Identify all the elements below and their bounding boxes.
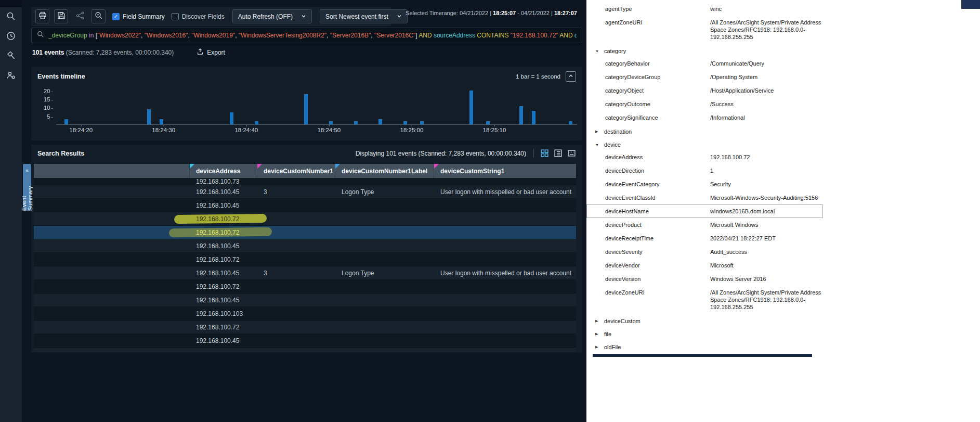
- details-field-name: agentType: [605, 5, 710, 12]
- table-row[interactable]: 192.168.100.72: [34, 280, 576, 293]
- timeline-bar[interactable]: [486, 121, 490, 124]
- horizontal-scrollbar[interactable]: [593, 354, 812, 357]
- column-header-deviceAddress[interactable]: deviceAddress: [190, 164, 257, 178]
- timeline-bar[interactable]: [354, 121, 358, 124]
- details-field-deviceSeverity[interactable]: deviceSeverityAudit_success: [586, 245, 823, 259]
- timeline-bar[interactable]: [329, 121, 333, 124]
- timeline-bar[interactable]: [160, 119, 163, 124]
- events-timeline-panel: Events timeline 1 bar = 1 second 5101520…: [31, 67, 582, 140]
- details-field-value: /Informational: [710, 114, 822, 121]
- timeline-bar[interactable]: [147, 109, 151, 124]
- timeline-bar[interactable]: [230, 112, 233, 124]
- table-row[interactable]: 192.168.100.453Logon TypeUser logon with…: [34, 266, 576, 280]
- details-field-deviceAddress[interactable]: deviceAddress192.168.100.72: [586, 150, 823, 164]
- table-row[interactable]: 192.168.100.453Logon TypeUser logon with…: [34, 185, 576, 199]
- details-field-deviceProduct[interactable]: deviceProductMicrosoft Windows: [586, 218, 823, 232]
- timeline-xtick-label: 18:25:10: [483, 127, 506, 133]
- search-query-bar[interactable]: _deviceGroup in ["Windows2022", "Windows…: [31, 28, 582, 43]
- table-row[interactable]: 192.168.100.45: [34, 293, 576, 307]
- details-section-file[interactable]: ▶file: [586, 327, 980, 340]
- sort-dropdown[interactable]: Sort Newest event first: [320, 9, 408, 23]
- details-field-categoryObject[interactable]: categoryObject/Host/Application/Service: [586, 84, 823, 97]
- timeline-bar[interactable]: [304, 94, 308, 124]
- details-field-deviceDirection[interactable]: deviceDirection1: [586, 164, 823, 177]
- details-section-deviceCustom[interactable]: ▶deviceCustom: [586, 314, 980, 327]
- table-cell: [257, 178, 335, 185]
- export-button[interactable]: Export: [197, 48, 225, 57]
- list-view-icon[interactable]: [554, 149, 563, 158]
- sidebar-item-activity[interactable]: [0, 27, 22, 47]
- details-section-oldFile[interactable]: ▶oldFile: [586, 340, 980, 353]
- query-token: _deviceGroup: [48, 32, 89, 39]
- table-row[interactable]: 192.168.100.73: [34, 178, 576, 185]
- column-header-deviceCustomString1[interactable]: deviceCustomString1: [434, 164, 576, 178]
- table-row[interactable]: 192.168.100.45: [34, 334, 576, 348]
- details-field-categoryBehavior[interactable]: categoryBehavior/Communicate/Query: [586, 57, 823, 70]
- details-section-destination[interactable]: ▶destination: [586, 124, 980, 137]
- details-field-deviceVersion[interactable]: deviceVersionWindows Server 2016: [586, 272, 823, 286]
- cell-text: 192.168.100.72: [196, 324, 239, 331]
- details-field-name: deviceVersion: [605, 275, 710, 283]
- timeline-bar[interactable]: [420, 121, 424, 124]
- table-row[interactable]: 192.168.100.72: [34, 226, 576, 239]
- sidebar-item-user-admin[interactable]: [0, 67, 22, 86]
- table-cell: [335, 280, 434, 293]
- timeline-bar[interactable]: [519, 106, 523, 125]
- column-header-deviceCustomNumber1Label[interactable]: deviceCustomNumber1Label: [335, 164, 434, 178]
- collapse-timeline-button[interactable]: [566, 71, 576, 82]
- table-cell: 192.168.100.45: [190, 199, 257, 212]
- details-section-category[interactable]: ▼category: [586, 44, 980, 57]
- timeline-bar[interactable]: [569, 121, 572, 124]
- table-row[interactable]: 192.168.100.72: [34, 321, 576, 334]
- results-table-body: 192.168.100.73192.168.100.453Logon TypeU…: [34, 178, 576, 353]
- grid-view-icon[interactable]: [540, 149, 549, 158]
- query-token: deviceAddress: [574, 32, 577, 39]
- details-field-agentZoneURI[interactable]: agentZoneURI/All Zones/ArcSight System/P…: [586, 16, 823, 44]
- share-button[interactable]: [73, 9, 87, 23]
- details-section-label: destination: [604, 129, 632, 135]
- query-token: CONTAINS: [477, 32, 510, 39]
- table-row[interactable]: 192.168.100.45: [34, 239, 576, 253]
- details-field-agentType[interactable]: agentTypewinc: [586, 2, 823, 16]
- timeline-bar[interactable]: [469, 91, 473, 124]
- save-button[interactable]: [54, 9, 68, 23]
- table-cell: [335, 226, 434, 239]
- discover-fields-checkbox[interactable]: Discover Fields: [172, 13, 225, 20]
- details-field-deviceZoneURI[interactable]: deviceZoneURI/All Zones/ArcSight System/…: [586, 286, 823, 314]
- print-button[interactable]: [35, 9, 49, 23]
- timeline-bar[interactable]: [532, 111, 535, 124]
- table-row[interactable]: [34, 348, 576, 353]
- sidebar-item-search[interactable]: [0, 7, 22, 27]
- timeline-bar[interactable]: [378, 119, 382, 124]
- timeline-plot: [56, 87, 577, 125]
- details-field-deviceEventClassId[interactable]: deviceEventClassIdMicrosoft-Windows-Secu…: [586, 191, 823, 204]
- details-field-categoryDeviceGroup[interactable]: categoryDeviceGroup/Operating System: [586, 70, 823, 84]
- column-header-deviceCustomNumber1[interactable]: deviceCustomNumber1: [257, 164, 335, 178]
- timeline-bar[interactable]: [64, 119, 68, 124]
- details-field-deviceHostName[interactable]: deviceHostNamewindows2016B.dom.local: [586, 204, 823, 218]
- details-field-categorySignificance[interactable]: categorySignificance/Informational: [586, 111, 823, 124]
- table-row[interactable]: 192.168.100.45: [34, 199, 576, 212]
- table-row[interactable]: 192.168.100.72: [34, 212, 576, 226]
- app-root: ✓ Field Summary Discover Fields Auto Ref…: [0, 0, 980, 422]
- raw-view-icon[interactable]: [567, 149, 576, 158]
- table-cell: [257, 334, 335, 347]
- details-field-categoryOutcome[interactable]: categoryOutcome/Success: [586, 97, 823, 111]
- auto-refresh-dropdown[interactable]: Auto Refresh (OFF): [232, 9, 312, 23]
- column-header-blank[interactable]: [34, 164, 190, 178]
- details-section-device[interactable]: ▼device: [586, 137, 980, 150]
- table-cell: [434, 334, 576, 347]
- export-icon: [197, 48, 204, 57]
- timeline-bar[interactable]: [403, 121, 407, 124]
- table-row[interactable]: 192.168.100.72: [34, 253, 576, 266]
- zoom-out-button[interactable]: [92, 9, 106, 23]
- field-summary-checkbox[interactable]: ✓ Field Summary: [112, 13, 165, 20]
- details-field-deviceVendor[interactable]: deviceVendorMicrosoft: [586, 259, 823, 272]
- event-summary-tab[interactable]: Event Summary: [23, 164, 31, 211]
- sidebar-item-tools[interactable]: [0, 47, 22, 67]
- table-cell: [34, 307, 190, 320]
- details-field-deviceEventCategory[interactable]: deviceEventCategorySecurity: [586, 177, 823, 191]
- details-field-deviceReceiptTime[interactable]: deviceReceiptTime2022/04/21 18:22:27 EDT: [586, 232, 823, 245]
- table-row[interactable]: 192.168.100.103: [34, 307, 576, 321]
- timeline-bar[interactable]: [255, 121, 258, 124]
